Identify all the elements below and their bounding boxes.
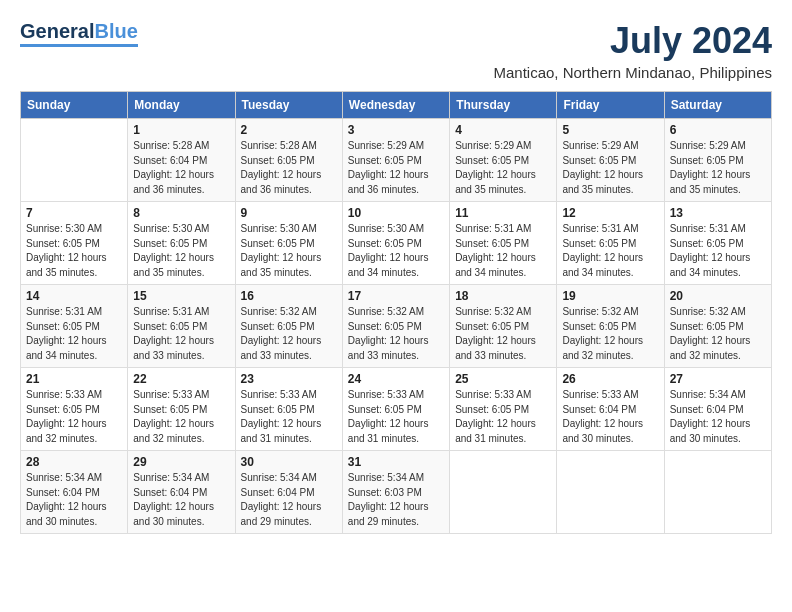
day-number: 1	[133, 123, 229, 137]
calendar-cell: 14Sunrise: 5:31 AMSunset: 6:05 PMDayligh…	[21, 285, 128, 368]
logo-general: General	[20, 20, 94, 43]
logo: General Blue	[20, 20, 138, 47]
day-number: 19	[562, 289, 658, 303]
day-number: 20	[670, 289, 766, 303]
calendar-header-row: SundayMondayTuesdayWednesdayThursdayFrid…	[21, 92, 772, 119]
day-info: Sunrise: 5:33 AMSunset: 6:05 PMDaylight:…	[348, 388, 444, 446]
calendar-cell: 24Sunrise: 5:33 AMSunset: 6:05 PMDayligh…	[342, 368, 449, 451]
calendar-cell: 31Sunrise: 5:34 AMSunset: 6:03 PMDayligh…	[342, 451, 449, 534]
day-number: 12	[562, 206, 658, 220]
calendar-week-row: 14Sunrise: 5:31 AMSunset: 6:05 PMDayligh…	[21, 285, 772, 368]
day-info: Sunrise: 5:29 AMSunset: 6:05 PMDaylight:…	[670, 139, 766, 197]
calendar-cell	[21, 119, 128, 202]
day-number: 22	[133, 372, 229, 386]
day-info: Sunrise: 5:31 AMSunset: 6:05 PMDaylight:…	[455, 222, 551, 280]
header-day-tuesday: Tuesday	[235, 92, 342, 119]
day-info: Sunrise: 5:31 AMSunset: 6:05 PMDaylight:…	[26, 305, 122, 363]
calendar-cell: 30Sunrise: 5:34 AMSunset: 6:04 PMDayligh…	[235, 451, 342, 534]
day-number: 29	[133, 455, 229, 469]
calendar-cell: 11Sunrise: 5:31 AMSunset: 6:05 PMDayligh…	[450, 202, 557, 285]
calendar-cell: 12Sunrise: 5:31 AMSunset: 6:05 PMDayligh…	[557, 202, 664, 285]
calendar-week-row: 7Sunrise: 5:30 AMSunset: 6:05 PMDaylight…	[21, 202, 772, 285]
day-number: 5	[562, 123, 658, 137]
calendar-cell: 4Sunrise: 5:29 AMSunset: 6:05 PMDaylight…	[450, 119, 557, 202]
month-year-title: July 2024	[494, 20, 773, 62]
header-day-saturday: Saturday	[664, 92, 771, 119]
day-number: 2	[241, 123, 337, 137]
header-day-thursday: Thursday	[450, 92, 557, 119]
calendar-cell: 5Sunrise: 5:29 AMSunset: 6:05 PMDaylight…	[557, 119, 664, 202]
day-number: 31	[348, 455, 444, 469]
day-number: 14	[26, 289, 122, 303]
day-info: Sunrise: 5:28 AMSunset: 6:04 PMDaylight:…	[133, 139, 229, 197]
day-number: 9	[241, 206, 337, 220]
day-info: Sunrise: 5:32 AMSunset: 6:05 PMDaylight:…	[670, 305, 766, 363]
day-number: 21	[26, 372, 122, 386]
day-info: Sunrise: 5:33 AMSunset: 6:05 PMDaylight:…	[241, 388, 337, 446]
day-info: Sunrise: 5:32 AMSunset: 6:05 PMDaylight:…	[348, 305, 444, 363]
calendar-cell	[664, 451, 771, 534]
logo-blue: Blue	[94, 20, 137, 43]
calendar-cell: 27Sunrise: 5:34 AMSunset: 6:04 PMDayligh…	[664, 368, 771, 451]
header-day-friday: Friday	[557, 92, 664, 119]
calendar-cell: 16Sunrise: 5:32 AMSunset: 6:05 PMDayligh…	[235, 285, 342, 368]
calendar-cell	[450, 451, 557, 534]
day-info: Sunrise: 5:28 AMSunset: 6:05 PMDaylight:…	[241, 139, 337, 197]
day-info: Sunrise: 5:30 AMSunset: 6:05 PMDaylight:…	[348, 222, 444, 280]
calendar-cell: 13Sunrise: 5:31 AMSunset: 6:05 PMDayligh…	[664, 202, 771, 285]
day-number: 27	[670, 372, 766, 386]
day-number: 3	[348, 123, 444, 137]
calendar-cell: 8Sunrise: 5:30 AMSunset: 6:05 PMDaylight…	[128, 202, 235, 285]
day-info: Sunrise: 5:32 AMSunset: 6:05 PMDaylight:…	[455, 305, 551, 363]
location-subtitle: Manticao, Northern Mindanao, Philippines	[494, 64, 773, 81]
day-info: Sunrise: 5:33 AMSunset: 6:05 PMDaylight:…	[133, 388, 229, 446]
calendar-cell: 29Sunrise: 5:34 AMSunset: 6:04 PMDayligh…	[128, 451, 235, 534]
day-info: Sunrise: 5:29 AMSunset: 6:05 PMDaylight:…	[348, 139, 444, 197]
day-info: Sunrise: 5:34 AMSunset: 6:04 PMDaylight:…	[670, 388, 766, 446]
calendar-cell	[557, 451, 664, 534]
day-info: Sunrise: 5:29 AMSunset: 6:05 PMDaylight:…	[562, 139, 658, 197]
day-info: Sunrise: 5:32 AMSunset: 6:05 PMDaylight:…	[241, 305, 337, 363]
calendar-cell: 25Sunrise: 5:33 AMSunset: 6:05 PMDayligh…	[450, 368, 557, 451]
day-number: 15	[133, 289, 229, 303]
day-number: 30	[241, 455, 337, 469]
day-number: 18	[455, 289, 551, 303]
calendar-cell: 28Sunrise: 5:34 AMSunset: 6:04 PMDayligh…	[21, 451, 128, 534]
title-section: July 2024 Manticao, Northern Mindanao, P…	[494, 20, 773, 81]
calendar-cell: 2Sunrise: 5:28 AMSunset: 6:05 PMDaylight…	[235, 119, 342, 202]
day-number: 24	[348, 372, 444, 386]
day-info: Sunrise: 5:34 AMSunset: 6:04 PMDaylight:…	[241, 471, 337, 529]
day-number: 13	[670, 206, 766, 220]
calendar-cell: 3Sunrise: 5:29 AMSunset: 6:05 PMDaylight…	[342, 119, 449, 202]
calendar-cell: 20Sunrise: 5:32 AMSunset: 6:05 PMDayligh…	[664, 285, 771, 368]
calendar-cell: 21Sunrise: 5:33 AMSunset: 6:05 PMDayligh…	[21, 368, 128, 451]
calendar-cell: 6Sunrise: 5:29 AMSunset: 6:05 PMDaylight…	[664, 119, 771, 202]
day-info: Sunrise: 5:31 AMSunset: 6:05 PMDaylight:…	[562, 222, 658, 280]
calendar-cell: 9Sunrise: 5:30 AMSunset: 6:05 PMDaylight…	[235, 202, 342, 285]
day-info: Sunrise: 5:30 AMSunset: 6:05 PMDaylight:…	[241, 222, 337, 280]
day-number: 23	[241, 372, 337, 386]
header-day-sunday: Sunday	[21, 92, 128, 119]
day-info: Sunrise: 5:33 AMSunset: 6:04 PMDaylight:…	[562, 388, 658, 446]
calendar-cell: 22Sunrise: 5:33 AMSunset: 6:05 PMDayligh…	[128, 368, 235, 451]
calendar-cell: 15Sunrise: 5:31 AMSunset: 6:05 PMDayligh…	[128, 285, 235, 368]
calendar-week-row: 21Sunrise: 5:33 AMSunset: 6:05 PMDayligh…	[21, 368, 772, 451]
day-number: 25	[455, 372, 551, 386]
day-number: 11	[455, 206, 551, 220]
calendar-cell: 10Sunrise: 5:30 AMSunset: 6:05 PMDayligh…	[342, 202, 449, 285]
calendar-cell: 19Sunrise: 5:32 AMSunset: 6:05 PMDayligh…	[557, 285, 664, 368]
day-number: 4	[455, 123, 551, 137]
day-info: Sunrise: 5:34 AMSunset: 6:04 PMDaylight:…	[133, 471, 229, 529]
calendar-cell: 7Sunrise: 5:30 AMSunset: 6:05 PMDaylight…	[21, 202, 128, 285]
day-info: Sunrise: 5:30 AMSunset: 6:05 PMDaylight:…	[26, 222, 122, 280]
calendar-cell: 26Sunrise: 5:33 AMSunset: 6:04 PMDayligh…	[557, 368, 664, 451]
day-info: Sunrise: 5:32 AMSunset: 6:05 PMDaylight:…	[562, 305, 658, 363]
calendar-table: SundayMondayTuesdayWednesdayThursdayFrid…	[20, 91, 772, 534]
day-info: Sunrise: 5:33 AMSunset: 6:05 PMDaylight:…	[26, 388, 122, 446]
day-number: 6	[670, 123, 766, 137]
day-info: Sunrise: 5:30 AMSunset: 6:05 PMDaylight:…	[133, 222, 229, 280]
calendar-cell: 1Sunrise: 5:28 AMSunset: 6:04 PMDaylight…	[128, 119, 235, 202]
calendar-cell: 18Sunrise: 5:32 AMSunset: 6:05 PMDayligh…	[450, 285, 557, 368]
calendar-week-row: 1Sunrise: 5:28 AMSunset: 6:04 PMDaylight…	[21, 119, 772, 202]
day-number: 7	[26, 206, 122, 220]
